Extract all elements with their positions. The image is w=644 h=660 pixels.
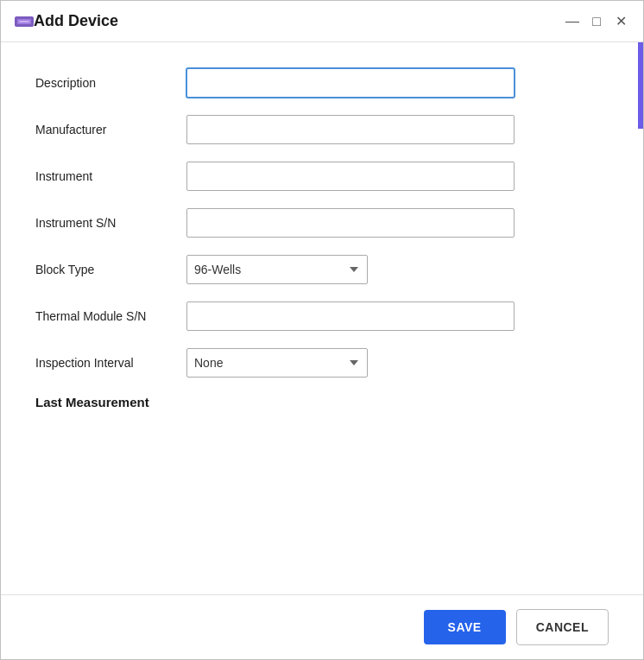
inspection-interval-label: Inspection Interval bbox=[35, 356, 186, 370]
instrument-sn-input[interactable] bbox=[186, 208, 515, 238]
window-controls: — □ ✕ bbox=[564, 13, 629, 30]
window-title: Add Device bbox=[34, 12, 564, 30]
minimize-button[interactable]: — bbox=[564, 13, 581, 30]
add-device-window: Add Device — □ ✕ Description Manufacture… bbox=[0, 0, 644, 660]
manufacturer-input[interactable] bbox=[186, 115, 515, 144]
description-row: Description bbox=[35, 68, 609, 98]
inspection-interval-select[interactable]: None Monthly Quarterly Annually bbox=[186, 348, 368, 378]
block-type-label: Block Type bbox=[35, 263, 186, 276]
instrument-row: Instrument bbox=[35, 162, 609, 191]
form-content: Description Manufacturer Instrument Inst… bbox=[1, 42, 643, 594]
right-stripe-decoration bbox=[638, 42, 643, 129]
last-measurement-title: Last Measurement bbox=[35, 395, 609, 409]
thermal-module-sn-input[interactable] bbox=[186, 301, 515, 331]
thermal-module-label: Thermal Module S/N bbox=[35, 309, 186, 323]
description-label: Description bbox=[35, 76, 186, 90]
inspection-interval-row: Inspection Interval None Monthly Quarter… bbox=[35, 348, 609, 378]
close-button[interactable]: ✕ bbox=[612, 13, 629, 30]
maximize-button[interactable]: □ bbox=[588, 13, 605, 30]
instrument-label: Instrument bbox=[35, 169, 186, 183]
manufacturer-label: Manufacturer bbox=[35, 123, 186, 136]
save-button[interactable]: SAVE bbox=[424, 610, 506, 644]
instrument-sn-row: Instrument S/N bbox=[35, 208, 609, 238]
cancel-button[interactable]: CANCEL bbox=[516, 609, 609, 645]
instrument-sn-label: Instrument S/N bbox=[35, 216, 186, 230]
device-icon bbox=[15, 15, 34, 29]
manufacturer-row: Manufacturer bbox=[35, 115, 609, 144]
block-type-select[interactable]: 96-Wells 384-Wells 48-Wells bbox=[186, 255, 368, 284]
instrument-input[interactable] bbox=[186, 162, 515, 191]
thermal-module-row: Thermal Module S/N bbox=[35, 301, 609, 331]
svg-rect-2 bbox=[19, 21, 29, 22]
footer: SAVE CANCEL bbox=[1, 594, 643, 659]
title-bar: Add Device — □ ✕ bbox=[1, 1, 643, 42]
description-input[interactable] bbox=[186, 68, 515, 98]
block-type-row: Block Type 96-Wells 384-Wells 48-Wells bbox=[35, 255, 609, 284]
